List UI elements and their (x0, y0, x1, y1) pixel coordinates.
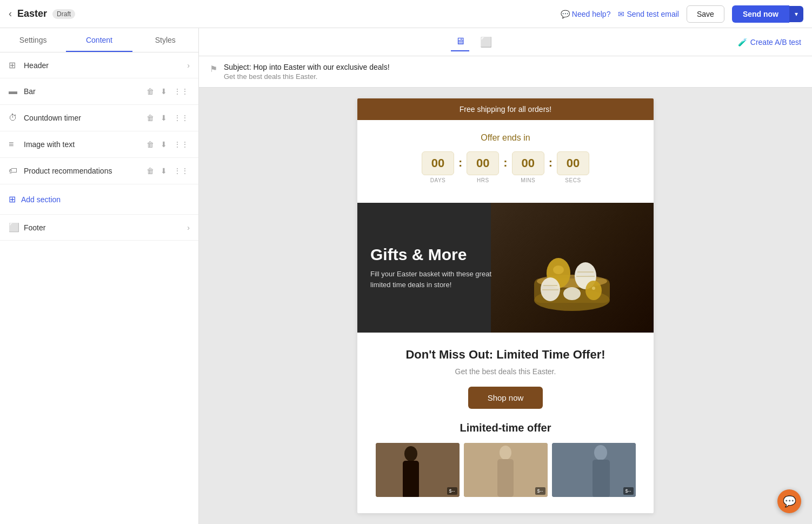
sidebar-item-countdown-timer[interactable]: ⏱ Countdown timer 🗑 ⬇ ⋮⋮ (0, 105, 198, 131)
subject-preview: Get the best deals this Easter. (224, 72, 390, 81)
send-now-group: Send now ▾ (732, 5, 803, 23)
offer-ends-text: Offer ends in (368, 133, 643, 143)
email-preview: Free shipping for all orders! Offer ends… (199, 88, 812, 524)
sidebar-list: ⊞ Header ▬ Bar 🗑 ⬇ ⋮⋮ ⏱ Countdown timer (0, 52, 198, 524)
delete-countdown-button[interactable]: 🗑 (145, 112, 155, 123)
footer-icon: ⬜ (9, 222, 24, 233)
days-unit: 00 DAYS (422, 151, 454, 183)
product-recs-section: Don't Miss Out: Limited Time Offer! Get … (357, 333, 654, 512)
download-bar-button[interactable]: ⬇ (159, 86, 168, 97)
delete-image-text-button[interactable]: 🗑 (145, 139, 155, 150)
subject-content: Subject: Hop into Easter with our exclus… (224, 63, 390, 81)
svg-rect-22 (593, 460, 610, 497)
product-thumbnail-3[interactable]: $-- (552, 443, 636, 497)
need-help-link[interactable]: 💬 Need help? (561, 10, 611, 18)
delete-bar-button[interactable]: 🗑 (145, 86, 155, 97)
svg-point-18 (500, 446, 511, 460)
mail-icon: ✉ (618, 10, 624, 18)
hrs-label: HRS (477, 177, 489, 183)
svg-rect-19 (497, 459, 514, 497)
secs-label: SECS (565, 177, 581, 183)
tab-styles[interactable]: Styles (132, 28, 198, 52)
campaign-title: Easter (17, 8, 47, 19)
download-countdown-button[interactable]: ⬇ (159, 112, 168, 123)
countdown-actions: 🗑 ⬇ ⋮⋮ (145, 112, 190, 123)
svg-point-13 (563, 287, 581, 300)
image-text-actions: 🗑 ⬇ ⋮⋮ (145, 139, 190, 150)
tab-content[interactable]: Content (66, 28, 132, 52)
sidebar-item-product-recommendations[interactable]: 🏷 Product recommendations 🗑 ⬇ ⋮⋮ (0, 158, 198, 184)
tab-settings[interactable]: Settings (0, 28, 66, 52)
svg-point-21 (594, 445, 607, 460)
sidebar: Settings Content Styles ⊞ Header ▬ Bar (0, 28, 199, 524)
mins-value: 00 (512, 151, 544, 175)
gifts-description: Fill your Easter basket with these great… (370, 269, 492, 290)
top-bar: Easter Draft 💬 Need help? ✉ Send test em… (0, 0, 812, 28)
toolbar-row: 🖥 ⬜ 🧪 Create A/B test (199, 28, 812, 56)
sidebar-item-image-with-text[interactable]: ≡ Image with text 🗑 ⬇ ⋮⋮ (0, 131, 198, 158)
drag-countdown-handle[interactable]: ⋮⋮ (172, 112, 190, 123)
chat-support-button[interactable]: 💬 (777, 489, 801, 513)
product-thumbnail-1[interactable]: $-- (376, 443, 460, 497)
sidebar-item-header[interactable]: ⊞ Header (0, 52, 198, 78)
days-label: DAYS (430, 177, 446, 183)
tablet-view-button[interactable]: ⬜ (476, 33, 496, 51)
draft-badge: Draft (52, 9, 75, 19)
days-value: 00 (422, 151, 454, 175)
content-area: 🖥 ⬜ 🧪 Create A/B test ⚑ Subject: Hop int… (199, 28, 812, 524)
colon-2: : (503, 156, 507, 170)
sidebar-item-footer[interactable]: ⬜ Footer (0, 215, 198, 241)
eggs-image-area (491, 203, 654, 333)
drag-product-recs-handle[interactable]: ⋮⋮ (172, 165, 190, 176)
svg-point-15 (404, 446, 417, 461)
download-image-text-button[interactable]: ⬇ (159, 139, 168, 150)
chat-icon: 💬 (783, 495, 796, 508)
drag-bar-handle[interactable]: ⋮⋮ (172, 86, 190, 97)
clock-icon: ⏱ (9, 113, 24, 123)
back-button[interactable] (9, 8, 12, 19)
mins-label: MINS (521, 177, 535, 183)
free-shipping-bar: Free shipping for all orders! (357, 98, 654, 120)
svg-point-4 (553, 266, 564, 274)
product-recs-actions: 🗑 ⬇ ⋮⋮ (145, 165, 190, 176)
top-bar-left: Easter Draft (9, 8, 75, 19)
drag-image-text-handle[interactable]: ⋮⋮ (172, 139, 190, 150)
add-section-icon: ⊞ (9, 194, 16, 204)
send-test-email-link[interactable]: ✉ Send test email (618, 10, 679, 18)
save-button[interactable]: Save (687, 5, 724, 23)
subject-bar: ⚑ Subject: Hop into Easter with our excl… (199, 56, 812, 88)
subject-line: Subject: Hop into Easter with our exclus… (224, 63, 390, 71)
desktop-view-button[interactable]: 🖥 (451, 32, 469, 51)
email-container: Free shipping for all orders! Offer ends… (357, 98, 654, 513)
gifts-text-overlay: Gifts & More Fill your Easter basket wit… (357, 203, 505, 333)
send-now-dropdown-button[interactable]: ▾ (789, 6, 803, 22)
sidebar-tabs: Settings Content Styles (0, 28, 198, 52)
limited-time-title: Limited-time offer (368, 422, 643, 434)
delete-product-recs-button[interactable]: 🗑 (145, 165, 155, 176)
tag-icon: 🏷 (9, 166, 24, 176)
mins-unit: 00 MINS (512, 151, 544, 183)
download-product-recs-button[interactable]: ⬇ (159, 165, 168, 176)
hrs-unit: 00 HRS (467, 151, 499, 183)
deals-subtext: Get the best deals this Easter. (368, 367, 643, 376)
sidebar-item-bar[interactable]: ▬ Bar 🗑 ⬇ ⋮⋮ (0, 78, 198, 105)
add-section-button[interactable]: ⊞ Add section (0, 184, 198, 215)
main-layout: Settings Content Styles ⊞ Header ▬ Bar (0, 28, 812, 524)
countdown-timer: 00 DAYS : 00 HRS : 00 MINS : (368, 151, 643, 183)
product-price-1: $-- (447, 487, 457, 495)
grid-icon: ⊞ (9, 60, 24, 70)
bar-icon: ▬ (9, 87, 24, 96)
send-now-button[interactable]: Send now (732, 5, 789, 23)
product-thumbnail-2[interactable]: $-- (464, 443, 548, 497)
chevron-right-icon (187, 61, 190, 70)
gifts-title: Gifts & More (370, 246, 492, 263)
countdown-section: Offer ends in 00 DAYS : 00 HRS : (357, 120, 654, 203)
shop-now-button[interactable]: Shop now (468, 387, 543, 409)
product-price-3: $-- (623, 487, 634, 495)
help-icon: 💬 (561, 10, 570, 18)
top-bar-right: 💬 Need help? ✉ Send test email Save Send… (561, 5, 803, 23)
create-ab-test-button[interactable]: 🧪 Create A/B test (738, 38, 801, 47)
dont-miss-title: Don't Miss Out: Limited Time Offer! (368, 348, 643, 362)
easter-eggs-svg (518, 214, 626, 322)
lines-icon: ≡ (9, 140, 24, 149)
